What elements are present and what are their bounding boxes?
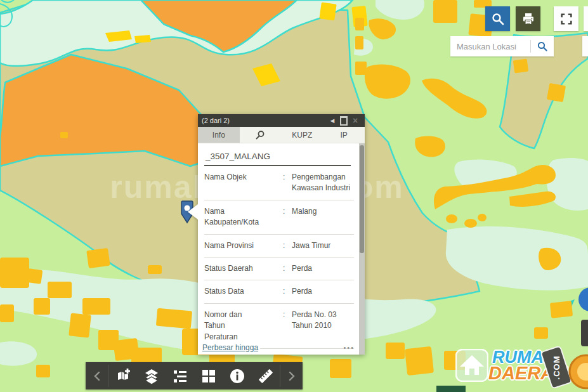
- field-label: Status Daerah: [204, 263, 283, 274]
- field-value: Pengembangan Kawasan Industri: [292, 172, 354, 194]
- field-colon: :: [283, 172, 292, 194]
- chevron-left-icon: [92, 370, 102, 382]
- toolbar-measure-button[interactable]: [251, 362, 280, 389]
- toolbar-legend-button[interactable]: [166, 362, 194, 389]
- field-label: Nama Provinsi: [204, 240, 283, 251]
- grid-icon: [200, 368, 217, 384]
- map-toolbar: [86, 362, 303, 389]
- field-colon: :: [283, 263, 292, 274]
- popup-scrollbar[interactable]: [359, 143, 365, 355]
- popup-maximize-button[interactable]: [338, 115, 350, 126]
- field-colon: :: [283, 310, 292, 343]
- rumahdaerah-logo: RUMAH DAERAH .COM: [455, 348, 588, 392]
- toolbar-add-map-button[interactable]: [108, 362, 137, 389]
- toolbar-info-button[interactable]: [223, 362, 251, 389]
- feature-info-popup: (2 dari 2) ◄ × Info KUPZ IP _3507_MALANG…: [198, 114, 365, 355]
- field-label: Status Data: [204, 286, 283, 297]
- tab-info[interactable]: Info: [198, 127, 240, 143]
- field-label: Nama Objek: [204, 172, 283, 194]
- field-value: Jawa Timur: [292, 240, 354, 251]
- location-search-submit[interactable]: [531, 41, 554, 52]
- home-icon: [455, 349, 488, 382]
- field-label: Nama Kabupaten/Kota: [204, 206, 283, 228]
- field-row: Nama Kabupaten/Kota : Malang: [204, 200, 354, 235]
- field-colon: :: [283, 286, 292, 297]
- feature-title: _3507_MALANG: [204, 143, 351, 166]
- toolbar-basemap-gallery-button[interactable]: [194, 362, 223, 389]
- logo-emblem-icon: [567, 353, 588, 391]
- fullscreen-button[interactable]: [554, 6, 578, 31]
- tab-ip[interactable]: IP: [323, 127, 365, 143]
- popup-header: (2 dari 2) ◄ ×: [198, 114, 365, 127]
- legend-list-icon: [172, 368, 188, 384]
- search-icon: [491, 12, 505, 26]
- field-row: Nama Objek : Pengembangan Kawasan Indust…: [204, 166, 354, 200]
- field-value: Perda: [292, 286, 354, 297]
- print-button[interactable]: [516, 6, 540, 31]
- popup-tail-pointer: [188, 204, 198, 219]
- print-icon: [521, 12, 535, 26]
- field-value: Perda No. 03 Tahun 2010: [292, 310, 354, 343]
- fullscreen-icon: [559, 12, 573, 26]
- chevron-right-icon: [287, 370, 297, 382]
- info-icon: [229, 368, 245, 384]
- measure-ruler-icon: [258, 368, 274, 384]
- field-colon: :: [283, 206, 292, 228]
- field-row: Status Daerah : Perda: [204, 258, 354, 280]
- popup-pagination: (2 dari 2): [202, 117, 327, 124]
- zoom-to-link[interactable]: Perbesar hingga: [200, 343, 260, 353]
- popup-back-button[interactable]: ◄: [327, 115, 338, 126]
- popup-close-button[interactable]: ×: [350, 115, 361, 126]
- field-value: Perda: [292, 263, 354, 274]
- field-colon: :: [283, 240, 292, 251]
- popup-content: _3507_MALANG Nama Objek : Pengembangan K…: [198, 143, 365, 355]
- magnifier-icon: [256, 130, 265, 140]
- search-icon: [537, 41, 548, 52]
- search-button[interactable]: [485, 6, 510, 31]
- toolbar-layers-button[interactable]: [137, 362, 166, 389]
- scrollbar-thumb[interactable]: [360, 145, 364, 253]
- maximize-icon: [340, 116, 348, 126]
- popup-tab-bar: Info KUPZ IP: [198, 127, 365, 143]
- toolbar-next-button[interactable]: [280, 362, 303, 389]
- add-map-icon: [115, 368, 131, 384]
- cutoff-dark-tag: [581, 320, 588, 346]
- field-row: Status Data : Perda: [204, 280, 354, 303]
- tab-kupz[interactable]: KUPZ: [282, 127, 323, 143]
- location-search-input[interactable]: [450, 42, 530, 51]
- more-actions-button[interactable]: •••: [343, 344, 355, 351]
- map-application: rumahdaerah.com (2 dari 2) ◄ × Info KUPZ…: [0, 0, 588, 392]
- field-label: Nomor dan Tahun Peraturan: [204, 310, 283, 343]
- field-row: Nama Provinsi : Jawa Timur: [204, 235, 354, 258]
- layers-icon: [143, 368, 160, 384]
- cutoff-button-partial: [584, 6, 588, 31]
- toolbar-prev-button[interactable]: [86, 362, 108, 389]
- field-value: Malang: [292, 206, 354, 228]
- tab-search[interactable]: [240, 127, 282, 143]
- cutoff-panel-partial: [582, 36, 588, 56]
- location-search-box: [450, 36, 554, 56]
